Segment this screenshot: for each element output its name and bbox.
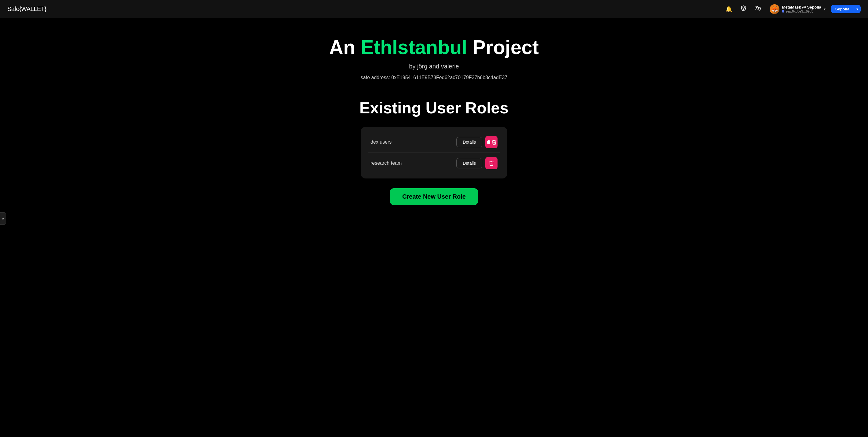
roles-card: dex users Details <box>361 127 507 178</box>
create-new-user-role-button[interactable]: Create New User Role <box>390 188 478 205</box>
metamask-address-text: sep:0xd8e3...69d5 <box>785 9 813 13</box>
waves-icon <box>755 5 761 13</box>
section-title: Existing User Roles <box>360 99 508 117</box>
metamask-name: MetaMask @ Sepolia <box>782 5 821 9</box>
safe-address: safe address: 0xE19541611E9B73Fed62ac701… <box>361 75 507 80</box>
trash-svg-research <box>489 161 494 166</box>
layers-icon <box>740 5 746 13</box>
trash-svg-dex <box>491 139 497 145</box>
logo-wallet: {WALLET} <box>19 5 46 12</box>
layers-button[interactable] <box>737 3 749 15</box>
hero-subtitle: by jörg and valerie <box>409 63 459 70</box>
role-actions-dex-users: Details <box>456 136 498 148</box>
sidebar-toggle[interactable]: » <box>0 212 6 225</box>
trash-icon-dex-users <box>486 139 491 145</box>
bell-icon: 🔔 <box>725 6 732 12</box>
hero-title-suffix: Project <box>467 36 539 58</box>
sepolia-chevron-button[interactable]: ▾ <box>854 5 861 13</box>
metamask-chevron-icon: ▾ <box>824 7 826 11</box>
hero-title-prefix: An <box>329 36 361 58</box>
navbar-right: 🔔 🦊 MetaMask @ S <box>723 2 861 16</box>
details-button-research-team[interactable]: Details <box>456 158 482 168</box>
metamask-address: sep:0xd8e3...69d5 <box>782 9 813 13</box>
main-content: An EthIstanbul Project by jörg and valer… <box>0 18 868 437</box>
metamask-button[interactable]: 🦊 MetaMask @ Sepolia sep:0xd8e3...69d5 ▾ <box>767 2 828 16</box>
hero-title-highlight: EthIstanbul <box>361 36 467 58</box>
network-dot <box>782 10 784 12</box>
delete-button-research-team[interactable] <box>485 157 498 169</box>
delete-button-dex-users[interactable] <box>485 136 498 148</box>
role-row-research-team: research team Details <box>368 152 500 174</box>
waves-button[interactable] <box>752 3 764 15</box>
svg-marker-0 <box>741 6 746 8</box>
metamask-info: MetaMask @ Sepolia sep:0xd8e3...69d5 <box>782 5 821 13</box>
sepolia-button[interactable]: Sepolia <box>831 5 854 13</box>
role-row-dex-users: dex users Details <box>368 132 500 152</box>
role-name-research-team: research team <box>370 161 456 166</box>
role-actions-research-team: Details <box>456 157 498 169</box>
navbar: Safe{WALLET} 🔔 <box>0 0 868 18</box>
role-name-dex-users: dex users <box>370 139 456 145</box>
sepolia-chevron-icon: ▾ <box>857 7 858 11</box>
sepolia-wrapper: Sepolia ▾ <box>831 5 861 13</box>
details-button-dex-users[interactable]: Details <box>456 137 482 147</box>
sidebar-toggle-icon: » <box>2 217 4 220</box>
hero-title: An EthIstanbul Project <box>329 37 539 58</box>
bell-button[interactable]: 🔔 <box>723 3 735 15</box>
logo-safe: Safe <box>7 5 19 12</box>
app-logo: Safe{WALLET} <box>7 5 46 12</box>
metamask-avatar: 🦊 <box>770 4 779 14</box>
